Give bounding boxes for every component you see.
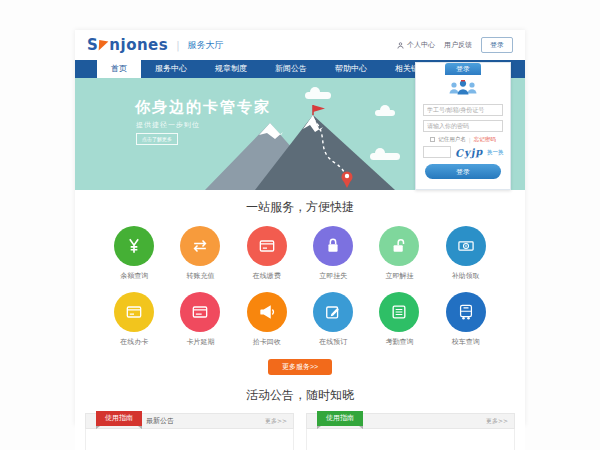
remember-label: 记住用户名 — [438, 136, 466, 143]
header-actions: 个人中心 用户反馈 登录 — [396, 37, 513, 53]
user-feedback-link[interactable]: 用户反馈 — [444, 40, 472, 50]
login-options: 记住用户名 | 忘记密码 — [416, 136, 510, 143]
service-balance-inquiry[interactable]: 余额查询 — [101, 226, 167, 281]
login-tab[interactable]: 登录 — [445, 63, 481, 75]
user-icon — [396, 41, 405, 50]
mountain-illustration — [195, 105, 425, 190]
personal-center-label: 个人中心 — [407, 40, 435, 50]
service-label: 校车查询 — [433, 337, 499, 347]
announcements-title: 活动公告，随时知晓 — [75, 387, 525, 404]
service-label: 在线预订 — [300, 337, 366, 347]
hero-subtitle: 提供捷径一步到位 — [136, 120, 200, 130]
more-link[interactable]: 更多>> — [486, 417, 508, 426]
hero-title: 你身边的卡管专家 — [135, 98, 271, 117]
services-section: 一站服务，方便快捷 余额查询 转账充值 在线缴费 — [75, 190, 525, 375]
bus-icon — [456, 302, 476, 322]
panel-content — [85, 429, 294, 450]
tab-latest-announcements[interactable]: 最新公告 — [146, 416, 174, 426]
service-online-card-application[interactable]: 在线办卡 — [101, 292, 167, 347]
top-header: S njones | 服务大厅 个人中心 用户反馈 登录 — [75, 30, 525, 60]
service-label: 在线缴费 — [234, 271, 300, 281]
transfer-icon — [190, 236, 210, 256]
usage-guide-panel-right: 使用指南 更多>> — [306, 413, 515, 450]
hero-cta-button[interactable]: 点击了解更多 — [136, 133, 178, 145]
service-transfer-recharge[interactable]: 转账充值 — [167, 226, 233, 281]
edit-icon — [323, 302, 343, 322]
list-icon — [389, 302, 409, 322]
service-label: 立即解挂 — [366, 271, 432, 281]
personal-center-link[interactable]: 个人中心 — [396, 40, 435, 50]
service-label: 余额查询 — [101, 271, 167, 281]
cloud-shape — [305, 92, 331, 99]
more-services-button[interactable]: 更多服务>> — [268, 359, 332, 375]
card-icon — [124, 302, 144, 322]
captcha-refresh-link[interactable]: 换一换 — [487, 149, 504, 156]
nav-item-service-center[interactable]: 服务中心 — [141, 60, 201, 78]
service-subsidy-collection[interactable]: 补助领取 — [433, 226, 499, 281]
nav-item-home[interactable]: 首页 — [97, 60, 141, 78]
password-input[interactable] — [423, 120, 503, 132]
service-school-bus-inquiry[interactable]: 校车查询 — [433, 292, 499, 347]
service-attendance-inquiry[interactable]: 考勤查询 — [366, 292, 432, 347]
nav-item-rules[interactable]: 规章制度 — [201, 60, 261, 78]
panel-content — [306, 429, 515, 450]
site-name: 服务大厅 — [188, 39, 224, 52]
forgot-password-link[interactable]: 忘记密码 — [474, 136, 496, 143]
user-feedback-label: 用户反馈 — [444, 40, 472, 50]
announcement-panels: 使用指南 最新公告 更多>> 使用指南 更多>> — [85, 413, 515, 450]
service-label: 拾卡回收 — [234, 337, 300, 347]
card-icon — [190, 302, 210, 322]
username-input[interactable] — [423, 104, 503, 116]
service-label: 补助领取 — [433, 271, 499, 281]
service-label: 转账充值 — [167, 271, 233, 281]
panel-header: 使用指南 最新公告 更多>> — [85, 413, 294, 429]
options-divider: | — [469, 137, 471, 143]
login-panel: 登录 记住用户名 | 忘记密码 Cyjp 换一换 登录 — [415, 62, 511, 190]
nav-item-help[interactable]: 帮助中心 — [321, 60, 381, 78]
service-label: 卡片延期 — [167, 337, 233, 347]
services-title: 一站服务，方便快捷 — [75, 199, 525, 216]
service-online-booking[interactable]: 在线预订 — [300, 292, 366, 347]
announcements-section: 活动公告，随时知晓 使用指南 最新公告 更多>> 使用指南 更多>> — [75, 375, 525, 450]
captcha-input[interactable] — [423, 146, 451, 158]
unlock-icon — [389, 236, 409, 256]
ribbon-tab-usage-guide[interactable]: 使用指南 — [96, 411, 142, 426]
users-group-icon — [447, 79, 479, 96]
services-grid: 余额查询 转账充值 在线缴费 立即挂失 — [101, 226, 499, 347]
lock-icon — [323, 236, 343, 256]
remember-checkbox[interactable] — [430, 137, 435, 142]
megaphone-icon — [257, 302, 277, 322]
yen-icon — [124, 236, 144, 256]
header-login-button[interactable]: 登录 — [481, 37, 513, 53]
ribbon-tab-usage-guide[interactable]: 使用指南 — [317, 411, 363, 426]
header-divider: | — [176, 40, 179, 51]
captcha-image: Cyjp — [454, 146, 483, 159]
logo-text-suffix: njones — [109, 36, 168, 54]
usage-guide-panel: 使用指南 最新公告 更多>> — [85, 413, 294, 450]
service-card-extension[interactable]: 卡片延期 — [167, 292, 233, 347]
login-submit-button[interactable]: 登录 — [425, 164, 501, 179]
service-report-loss[interactable]: 立即挂失 — [300, 226, 366, 281]
panel-header: 使用指南 更多>> — [306, 413, 515, 429]
nav-item-news[interactable]: 新闻公告 — [261, 60, 321, 78]
card-icon — [257, 236, 277, 256]
service-online-payment[interactable]: 在线缴费 — [234, 226, 300, 281]
service-label: 考勤查询 — [366, 337, 432, 347]
service-label: 立即挂失 — [300, 271, 366, 281]
captcha-row: Cyjp 换一换 — [416, 146, 510, 158]
banknote-icon — [456, 236, 476, 256]
service-label: 在线办卡 — [101, 337, 167, 347]
more-link[interactable]: 更多>> — [265, 417, 287, 426]
portal-page: S njones | 服务大厅 个人中心 用户反馈 登录 首页 服务中心 规章制… — [75, 30, 525, 425]
service-lost-card-recovery[interactable]: 拾卡回收 — [234, 292, 300, 347]
service-unfreeze[interactable]: 立即解挂 — [366, 226, 432, 281]
logo[interactable]: S njones — [87, 36, 168, 54]
